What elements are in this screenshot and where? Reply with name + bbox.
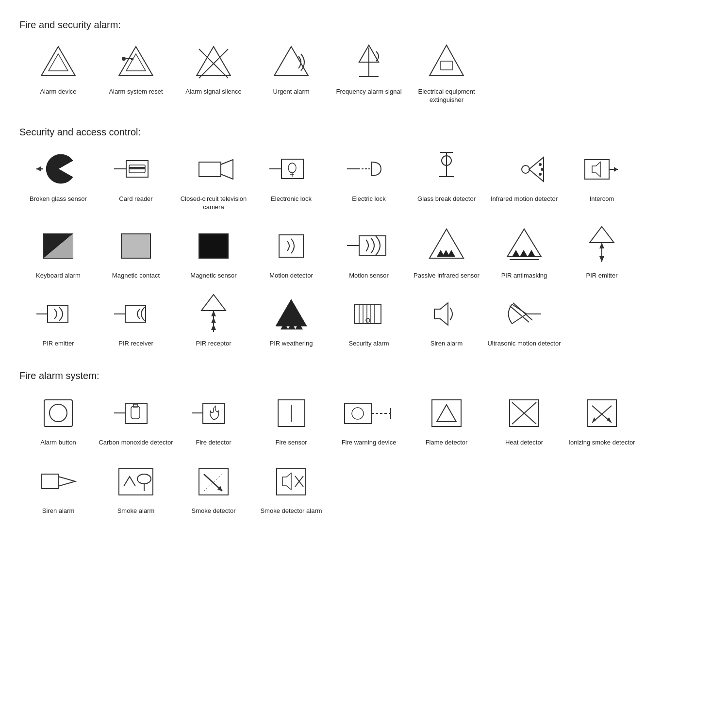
icon-item-pir-emitter2: PIR emitter bbox=[19, 292, 97, 348]
icon-item-magnetic-sensor: Magnetic sensor bbox=[175, 224, 252, 280]
smoke-alarm-label: Smoke alarm bbox=[117, 507, 155, 515]
carbon-monoxide-detector-icon bbox=[109, 391, 163, 435]
section-title-fire-security: Fire and security alarm: bbox=[19, 19, 709, 31]
electronic-lock-label: Electronic lock bbox=[271, 195, 312, 203]
svg-rect-48 bbox=[121, 234, 150, 258]
smoke-detector-alarm-label: Smoke detector alarm bbox=[260, 507, 322, 515]
fire-warning-device-label: Fire warning device bbox=[342, 439, 397, 447]
pir-emitter-icon bbox=[575, 224, 629, 268]
motion-detector-label: Motion detector bbox=[269, 272, 313, 280]
icon-item-ionizing-smoke-detector: Ionizing smoke detector bbox=[563, 391, 641, 447]
svg-marker-72 bbox=[211, 311, 216, 316]
svg-rect-50 bbox=[279, 235, 303, 257]
icon-item-pir-weathering: PIR weathering bbox=[252, 292, 330, 348]
icon-item-broken-glass-sensor: Broken glass sensor bbox=[19, 148, 97, 212]
svg-rect-109 bbox=[587, 400, 616, 427]
icon-item-passive-infrared-sensor: Passive infrared sensor bbox=[408, 224, 485, 280]
cctv-camera-label: Closed-circuit television camera bbox=[175, 195, 252, 212]
flame-detector-icon bbox=[420, 391, 473, 435]
pir-receiver-label: PIR receiver bbox=[118, 340, 153, 348]
icon-item-alarm-device: Alarm device bbox=[19, 40, 97, 104]
section-title-fire-alarm-system: Fire alarm system: bbox=[19, 370, 709, 381]
icon-item-card-reader: Card reader bbox=[97, 148, 175, 212]
alarm-button-label: Alarm button bbox=[40, 439, 76, 447]
siren-alarm-sec-icon bbox=[420, 292, 473, 336]
fire-detector-icon bbox=[187, 391, 240, 435]
svg-marker-17 bbox=[36, 166, 41, 171]
fire-sensor-icon bbox=[265, 391, 318, 435]
svg-marker-64 bbox=[599, 243, 604, 248]
icon-item-electronic-lock: Electronic lock bbox=[252, 148, 330, 212]
svg-marker-44 bbox=[614, 167, 618, 172]
svg-rect-22 bbox=[199, 162, 221, 177]
svg-marker-86 bbox=[434, 303, 448, 325]
alarm-signal-silence-label: Alarm signal silence bbox=[185, 88, 242, 96]
security-access-grid: Broken glass sensor Card reader bbox=[19, 148, 709, 356]
smoke-detector-icon bbox=[187, 460, 240, 503]
svg-rect-94 bbox=[131, 406, 140, 419]
ultrasonic-motion-detector-label: Ultrasonic motion detector bbox=[487, 340, 561, 348]
icon-item-smoke-alarm: Smoke alarm bbox=[97, 460, 175, 515]
alarm-system-reset-label: Alarm system reset bbox=[109, 88, 163, 96]
svg-rect-95 bbox=[133, 404, 137, 407]
svg-point-39 bbox=[541, 168, 544, 171]
electronic-lock-icon bbox=[265, 148, 318, 191]
svg-marker-73 bbox=[211, 317, 216, 323]
alarm-device-icon bbox=[32, 40, 85, 84]
icon-item-motion-sensor: Motion sensor bbox=[330, 224, 408, 280]
icon-item-fire-detector: Fire detector bbox=[175, 391, 252, 447]
magnetic-contact-label: Magnetic contact bbox=[112, 272, 160, 280]
flame-detector-label: Flame detector bbox=[426, 439, 468, 447]
card-reader-label: Card reader bbox=[119, 195, 152, 203]
svg-rect-21 bbox=[129, 167, 145, 169]
ionizing-smoke-detector-icon bbox=[575, 391, 629, 435]
urgent-alarm-label: Urgent alarm bbox=[273, 88, 309, 96]
svg-marker-14 bbox=[430, 45, 463, 76]
carbon-monoxide-detector-label: Carbon monoxide detector bbox=[99, 439, 173, 447]
pir-emitter2-label: PIR emitter bbox=[42, 340, 74, 348]
svg-point-101 bbox=[352, 408, 364, 419]
icon-item-fire-warning-device: Fire warning device bbox=[330, 391, 408, 447]
icon-item-siren-alarm-fire: Siren alarm bbox=[19, 460, 97, 515]
fire-security-grid: Alarm device Alarm system reset Al bbox=[19, 40, 709, 112]
icon-item-heat-detector: Heat detector bbox=[485, 391, 563, 447]
svg-marker-10 bbox=[274, 47, 308, 76]
pir-receiver-icon bbox=[109, 292, 163, 336]
pir-antimasking-icon bbox=[497, 224, 551, 268]
fire-alarm-system-grid: Alarm button Carbon monoxide detector bbox=[19, 391, 709, 523]
passive-infrared-sensor-label: Passive infrared sensor bbox=[414, 272, 480, 280]
electrical-equipment-extinguisher-label: Electrical equipment extinguisher bbox=[408, 88, 485, 104]
motion-sensor-icon bbox=[342, 224, 396, 268]
smoke-alarm-icon bbox=[109, 460, 163, 503]
magnetic-sensor-label: Magnetic sensor bbox=[190, 272, 236, 280]
svg-point-3 bbox=[122, 57, 126, 61]
infrared-motion-detector-icon bbox=[497, 148, 551, 191]
keyboard-alarm-label: Keyboard alarm bbox=[36, 272, 81, 280]
broken-glass-sensor-label: Broken glass sensor bbox=[30, 195, 87, 203]
svg-point-38 bbox=[539, 163, 542, 166]
icon-item-smoke-detector-alarm: Smoke detector alarm bbox=[252, 460, 330, 515]
alarm-device-label: Alarm device bbox=[40, 88, 76, 96]
ultrasonic-motion-detector-icon bbox=[497, 292, 551, 336]
icon-item-siren-alarm-sec: Siren alarm bbox=[408, 292, 485, 348]
electric-lock-label: Electric lock bbox=[352, 195, 385, 203]
icon-item-alarm-system-reset: Alarm system reset bbox=[97, 40, 175, 104]
electric-lock-icon bbox=[342, 148, 396, 191]
svg-marker-23 bbox=[221, 160, 233, 179]
svg-rect-69 bbox=[125, 306, 146, 322]
fire-sensor-label: Fire sensor bbox=[275, 439, 307, 447]
icon-item-security-alarm: Security alarm bbox=[330, 292, 408, 348]
icon-item-fire-sensor: Fire sensor bbox=[252, 391, 330, 447]
card-reader-icon bbox=[109, 148, 163, 191]
icon-item-keyboard-alarm: Keyboard alarm bbox=[19, 224, 97, 280]
icon-item-electrical-equipment-extinguisher: Electrical equipment extinguisher bbox=[408, 40, 485, 104]
motion-detector-icon bbox=[265, 224, 318, 268]
electrical-equipment-extinguisher-icon bbox=[420, 40, 473, 84]
magnetic-contact-icon bbox=[109, 224, 163, 268]
pir-emitter2-icon bbox=[32, 292, 85, 336]
heat-detector-icon bbox=[497, 391, 551, 435]
passive-infrared-sensor-icon bbox=[420, 224, 473, 268]
icon-item-pir-receiver: PIR receiver bbox=[97, 292, 175, 348]
icon-item-flame-detector: Flame detector bbox=[408, 391, 485, 447]
alarm-system-reset-icon bbox=[109, 40, 163, 84]
